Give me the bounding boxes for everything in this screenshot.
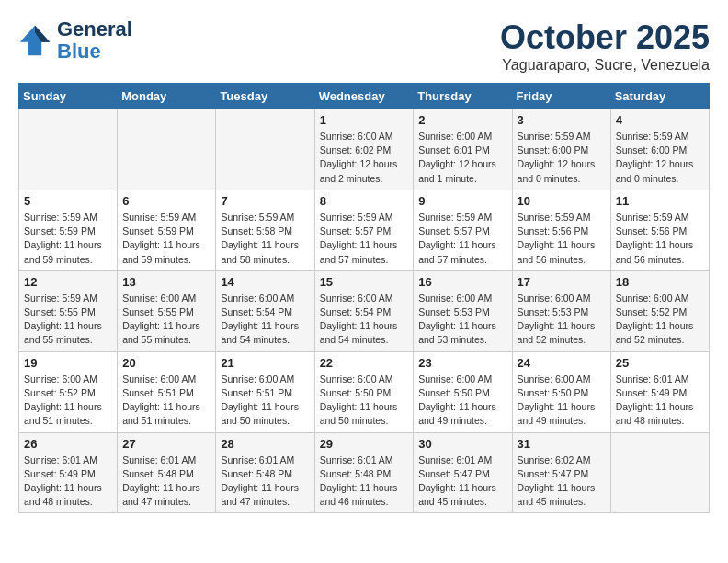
day-number: 6 (122, 194, 210, 208)
day-info: Sunrise: 6:01 AM Sunset: 5:47 PM Dayligh… (418, 454, 506, 510)
day-number: 20 (122, 356, 210, 370)
day-info: Sunrise: 6:01 AM Sunset: 5:48 PM Dayligh… (122, 454, 210, 510)
week-row-5: 26Sunrise: 6:01 AM Sunset: 5:49 PM Dayli… (19, 432, 710, 513)
header-tuesday: Tuesday (216, 84, 314, 109)
logo-icon (18, 24, 51, 57)
day-info: Sunrise: 6:00 AM Sunset: 5:52 PM Dayligh… (24, 373, 112, 429)
day-cell (118, 109, 216, 190)
day-cell: 22Sunrise: 6:00 AM Sunset: 5:50 PM Dayli… (314, 351, 414, 432)
location-subtitle: Yaguaraparo, Sucre, Venezuela (500, 57, 710, 74)
day-info: Sunrise: 6:01 AM Sunset: 5:48 PM Dayligh… (221, 454, 309, 510)
day-info: Sunrise: 6:00 AM Sunset: 5:51 PM Dayligh… (122, 373, 210, 429)
day-cell: 29Sunrise: 6:01 AM Sunset: 5:48 PM Dayli… (314, 432, 414, 513)
day-info: Sunrise: 6:01 AM Sunset: 5:49 PM Dayligh… (24, 454, 112, 510)
day-info: Sunrise: 6:00 AM Sunset: 5:54 PM Dayligh… (221, 292, 309, 348)
header-saturday: Saturday (610, 84, 709, 109)
day-number: 29 (320, 437, 409, 451)
day-number: 10 (518, 194, 606, 208)
day-cell: 3Sunrise: 5:59 AM Sunset: 6:00 PM Daylig… (512, 109, 610, 190)
day-cell: 20Sunrise: 6:00 AM Sunset: 5:51 PM Dayli… (118, 351, 216, 432)
day-number: 9 (418, 194, 506, 208)
day-number: 5 (24, 194, 112, 208)
day-cell: 12Sunrise: 5:59 AM Sunset: 5:55 PM Dayli… (19, 270, 118, 351)
day-info: Sunrise: 5:59 AM Sunset: 5:57 PM Dayligh… (418, 211, 506, 267)
day-number: 28 (221, 437, 309, 451)
day-number: 15 (320, 275, 409, 289)
header-thursday: Thursday (414, 84, 512, 109)
day-info: Sunrise: 6:00 AM Sunset: 6:01 PM Dayligh… (418, 130, 506, 186)
week-row-4: 19Sunrise: 6:00 AM Sunset: 5:52 PM Dayli… (19, 351, 710, 432)
day-number: 1 (320, 113, 409, 127)
day-cell: 27Sunrise: 6:01 AM Sunset: 5:48 PM Dayli… (118, 432, 216, 513)
day-info: Sunrise: 6:00 AM Sunset: 5:52 PM Dayligh… (616, 292, 704, 348)
logo: General Blue (18, 18, 132, 63)
logo-text: General Blue (57, 18, 132, 63)
day-cell: 26Sunrise: 6:01 AM Sunset: 5:49 PM Dayli… (19, 432, 118, 513)
day-cell: 1Sunrise: 6:00 AM Sunset: 6:02 PM Daylig… (314, 109, 414, 190)
day-cell: 30Sunrise: 6:01 AM Sunset: 5:47 PM Dayli… (414, 432, 512, 513)
day-number: 23 (418, 356, 506, 370)
day-number: 19 (24, 356, 112, 370)
day-info: Sunrise: 5:59 AM Sunset: 5:57 PM Dayligh… (320, 211, 409, 267)
day-info: Sunrise: 5:59 AM Sunset: 5:55 PM Dayligh… (24, 292, 112, 348)
day-cell: 28Sunrise: 6:01 AM Sunset: 5:48 PM Dayli… (216, 432, 314, 513)
day-number: 30 (418, 437, 506, 451)
day-number: 21 (221, 356, 309, 370)
day-info: Sunrise: 6:00 AM Sunset: 5:54 PM Dayligh… (320, 292, 409, 348)
calendar-table: SundayMondayTuesdayWednesdayThursdayFrid… (18, 83, 710, 513)
day-info: Sunrise: 6:00 AM Sunset: 5:51 PM Dayligh… (221, 373, 309, 429)
day-cell: 5Sunrise: 5:59 AM Sunset: 5:59 PM Daylig… (19, 190, 118, 270)
day-info: Sunrise: 6:00 AM Sunset: 5:55 PM Dayligh… (122, 292, 210, 348)
day-cell: 7Sunrise: 5:59 AM Sunset: 5:58 PM Daylig… (216, 190, 314, 270)
day-cell: 31Sunrise: 6:02 AM Sunset: 5:47 PM Dayli… (512, 432, 610, 513)
day-info: Sunrise: 6:00 AM Sunset: 5:53 PM Dayligh… (518, 292, 606, 348)
day-info: Sunrise: 6:01 AM Sunset: 5:48 PM Dayligh… (320, 454, 409, 510)
day-number: 2 (418, 113, 506, 127)
day-number: 25 (616, 356, 704, 370)
day-number: 26 (24, 437, 112, 451)
day-number: 11 (616, 194, 704, 208)
day-cell: 16Sunrise: 6:00 AM Sunset: 5:53 PM Dayli… (414, 270, 512, 351)
day-cell: 24Sunrise: 6:00 AM Sunset: 5:50 PM Dayli… (512, 351, 610, 432)
day-cell: 10Sunrise: 5:59 AM Sunset: 5:56 PM Dayli… (512, 190, 610, 270)
title-block: October 2025 Yaguaraparo, Sucre, Venezue… (500, 18, 710, 74)
header-sunday: Sunday (19, 84, 118, 109)
header-wednesday: Wednesday (314, 84, 414, 109)
day-number: 27 (122, 437, 210, 451)
day-number: 8 (320, 194, 409, 208)
day-cell: 19Sunrise: 6:00 AM Sunset: 5:52 PM Dayli… (19, 351, 118, 432)
page-header: General Blue October 2025 Yaguaraparo, S… (18, 18, 710, 74)
week-row-3: 12Sunrise: 5:59 AM Sunset: 5:55 PM Dayli… (19, 270, 710, 351)
header-friday: Friday (512, 84, 610, 109)
day-cell: 11Sunrise: 5:59 AM Sunset: 5:56 PM Dayli… (610, 190, 709, 270)
day-cell: 21Sunrise: 6:00 AM Sunset: 5:51 PM Dayli… (216, 351, 314, 432)
day-number: 3 (518, 113, 606, 127)
day-info: Sunrise: 5:59 AM Sunset: 5:56 PM Dayligh… (518, 211, 606, 267)
day-cell: 14Sunrise: 6:00 AM Sunset: 5:54 PM Dayli… (216, 270, 314, 351)
day-info: Sunrise: 5:59 AM Sunset: 5:58 PM Dayligh… (221, 211, 309, 267)
day-number: 14 (221, 275, 309, 289)
header-monday: Monday (118, 84, 216, 109)
day-number: 16 (418, 275, 506, 289)
day-number: 24 (518, 356, 606, 370)
day-info: Sunrise: 6:00 AM Sunset: 5:53 PM Dayligh… (418, 292, 506, 348)
day-number: 4 (616, 113, 704, 127)
week-row-2: 5Sunrise: 5:59 AM Sunset: 5:59 PM Daylig… (19, 190, 710, 270)
day-info: Sunrise: 6:00 AM Sunset: 5:50 PM Dayligh… (518, 373, 606, 429)
day-cell (19, 109, 118, 190)
day-cell: 13Sunrise: 6:00 AM Sunset: 5:55 PM Dayli… (118, 270, 216, 351)
day-cell (610, 432, 709, 513)
day-number: 22 (320, 356, 409, 370)
day-cell: 23Sunrise: 6:00 AM Sunset: 5:50 PM Dayli… (414, 351, 512, 432)
day-cell: 9Sunrise: 5:59 AM Sunset: 5:57 PM Daylig… (414, 190, 512, 270)
day-cell: 2Sunrise: 6:00 AM Sunset: 6:01 PM Daylig… (414, 109, 512, 190)
day-info: Sunrise: 6:00 AM Sunset: 5:50 PM Dayligh… (320, 373, 409, 429)
month-title: October 2025 (500, 18, 710, 57)
day-info: Sunrise: 6:00 AM Sunset: 6:02 PM Dayligh… (320, 130, 409, 186)
day-number: 17 (518, 275, 606, 289)
day-cell: 6Sunrise: 5:59 AM Sunset: 5:59 PM Daylig… (118, 190, 216, 270)
day-number: 12 (24, 275, 112, 289)
day-number: 7 (221, 194, 309, 208)
day-info: Sunrise: 6:00 AM Sunset: 5:50 PM Dayligh… (418, 373, 506, 429)
calendar-header-row: SundayMondayTuesdayWednesdayThursdayFrid… (19, 84, 710, 109)
